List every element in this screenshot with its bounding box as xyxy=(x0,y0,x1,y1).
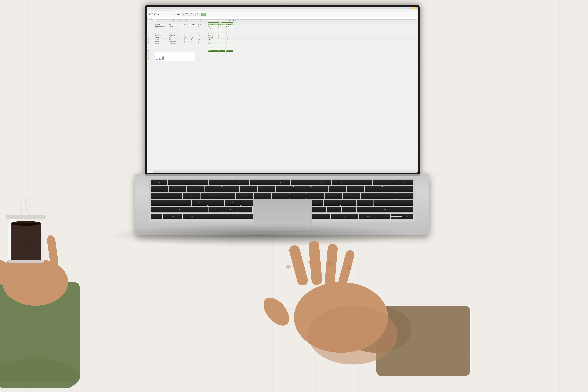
cell-e10[interactable]: $100 xyxy=(183,38,190,40)
cell-d9[interactable] xyxy=(178,37,183,38)
cell-c2[interactable]: Category xyxy=(169,24,178,25)
cell-taxes-cost[interactable] xyxy=(217,46,226,48)
key-esc[interactable]: esc xyxy=(151,180,167,185)
cell-f9[interactable]: $1200 xyxy=(190,37,197,38)
key-l[interactable]: L xyxy=(324,200,340,206)
cell-e11[interactable]: $300 xyxy=(183,40,190,42)
key-8[interactable]: 8 xyxy=(294,186,310,192)
cell-pets-pct[interactable]: 0.00% xyxy=(226,40,233,42)
cell-a13[interactable] xyxy=(151,44,155,46)
key-f10[interactable]: 🔊 xyxy=(352,180,372,185)
cell-h1[interactable] xyxy=(204,22,208,24)
cell-g2[interactable]: Difference xyxy=(197,24,204,25)
cell-f2[interactable]: Actual Cost xyxy=(190,24,197,25)
cell-e5[interactable]: $0 xyxy=(183,29,190,31)
align-right[interactable]: ≡ xyxy=(172,13,175,16)
cell-loans-cost[interactable] xyxy=(217,38,226,40)
cell-f3[interactable] xyxy=(190,26,197,27)
cell-transport-pct[interactable]: 18.37% xyxy=(226,27,233,29)
cell-b10[interactable]: Groceries xyxy=(155,38,169,40)
cell-housing-pct[interactable]: 18.16% xyxy=(226,29,233,31)
cell-g12[interactable]: $0 xyxy=(197,42,204,44)
cell-d13[interactable] xyxy=(178,44,183,46)
cell-e7[interactable]: $500 xyxy=(183,33,190,35)
menu-layout[interactable]: Layout xyxy=(151,10,154,11)
key-7[interactable]: 7 xyxy=(276,186,293,192)
key-r[interactable]: R xyxy=(236,193,253,199)
menu-charts[interactable]: Charts xyxy=(163,10,166,11)
menu-insert[interactable]: Insert xyxy=(155,10,157,11)
cell-h14[interactable] xyxy=(204,46,208,48)
cell-g8[interactable]: ($40) xyxy=(197,35,204,36)
cell-a3[interactable] xyxy=(151,26,155,27)
cell-gift[interactable]: Gift and Charity xyxy=(208,33,217,35)
key-equals[interactable]: = xyxy=(364,186,382,192)
cell-e15[interactable] xyxy=(183,48,190,50)
sheet-tab-1[interactable]: Sheet 1 xyxy=(147,171,154,173)
cell-saving-cost[interactable] xyxy=(217,48,226,50)
align-center[interactable]: ≡ xyxy=(170,13,172,16)
key-shift-left[interactable]: shift xyxy=(151,207,208,212)
cell-e1[interactable] xyxy=(183,22,190,24)
cell-insurance[interactable]: Insurance xyxy=(208,31,217,33)
cell-d5[interactable] xyxy=(178,29,183,31)
cell-f16[interactable] xyxy=(190,50,197,52)
cell-d4[interactable] xyxy=(178,27,183,29)
key-f3[interactable]: ⌨ xyxy=(209,180,229,185)
cell-a16[interactable] xyxy=(151,50,155,52)
key-option-left[interactable]: option xyxy=(183,214,203,219)
cell-personal-pct[interactable]: 3.03% xyxy=(226,35,233,36)
menu-tables[interactable]: Tables xyxy=(159,10,161,11)
key-p[interactable]: P xyxy=(343,193,360,199)
cell-a15[interactable] xyxy=(151,48,155,50)
cell-saving[interactable]: Saving or Investment xyxy=(208,48,217,50)
cell-food-cost[interactable]: $1200 xyxy=(217,26,226,27)
cell-grand-pct[interactable]: 100.00% xyxy=(226,50,233,52)
key-f12[interactable]: ⏻ xyxy=(393,180,413,185)
cell-c4[interactable]: Children xyxy=(169,27,178,29)
cell-pct-expenses[interactable]: % of Expenses xyxy=(226,24,233,25)
key-9[interactable]: 9 xyxy=(311,186,328,192)
cell-g14[interactable]: $5 xyxy=(197,46,204,48)
cell-h15[interactable] xyxy=(204,48,208,50)
cell-d1[interactable] xyxy=(178,22,183,24)
cell-h10[interactable] xyxy=(204,38,208,40)
cell-g16[interactable] xyxy=(197,50,204,52)
cell-a12[interactable] xyxy=(151,42,155,44)
key-4[interactable]: 4 xyxy=(222,186,240,192)
cell-f5[interactable]: $0 xyxy=(190,29,197,31)
cell-f8[interactable]: $40 xyxy=(190,35,197,36)
close-button[interactable] xyxy=(412,8,414,8)
cell-f7[interactable]: $30 xyxy=(190,33,197,35)
cell-b8[interactable]: Sporting Events xyxy=(155,35,169,36)
number-format[interactable]: General xyxy=(176,14,182,15)
cell-saving-pct[interactable]: 0.00% xyxy=(226,48,233,50)
cell-e9[interactable]: $1000 xyxy=(183,37,190,38)
cell-food2[interactable]: Food xyxy=(208,44,217,46)
cell-e8[interactable]: $0 xyxy=(183,35,190,36)
cell-loans[interactable]: Loans xyxy=(208,38,217,40)
key-z[interactable]: Z xyxy=(208,207,223,212)
cell-h7[interactable] xyxy=(204,33,208,35)
cell-c8[interactable]: Entertainment xyxy=(169,35,178,36)
cell-b11[interactable]: Charity 1 xyxy=(155,40,169,42)
cell-f13[interactable]: $100 xyxy=(190,44,197,46)
cell-b9[interactable]: Dining Out xyxy=(155,37,169,38)
underline-button[interactable]: U xyxy=(163,13,165,16)
cell-c3[interactable]: Children xyxy=(169,26,178,27)
cell-g3[interactable]: $0 xyxy=(197,26,204,27)
key-1[interactable]: 1 xyxy=(169,186,186,192)
key-return[interactable]: return xyxy=(374,200,413,206)
sheet-tab-2[interactable]: Sheet 2 xyxy=(154,171,160,173)
cell-children-pct[interactable]: 0.00% xyxy=(226,42,233,44)
key-q[interactable]: Q xyxy=(183,193,200,199)
key-f8[interactable]: 🔇 xyxy=(311,180,331,185)
cell-a7[interactable] xyxy=(151,33,155,35)
cell-d7[interactable] xyxy=(178,33,183,35)
cell-h11[interactable] xyxy=(204,40,208,42)
style-percent[interactable]: Percent 2 xyxy=(189,12,195,16)
cell-a10[interactable] xyxy=(151,38,155,40)
cell-f10[interactable]: $0 xyxy=(190,38,197,40)
key-s[interactable]: S xyxy=(208,200,224,206)
key-backtick[interactable]: ` xyxy=(151,186,168,192)
